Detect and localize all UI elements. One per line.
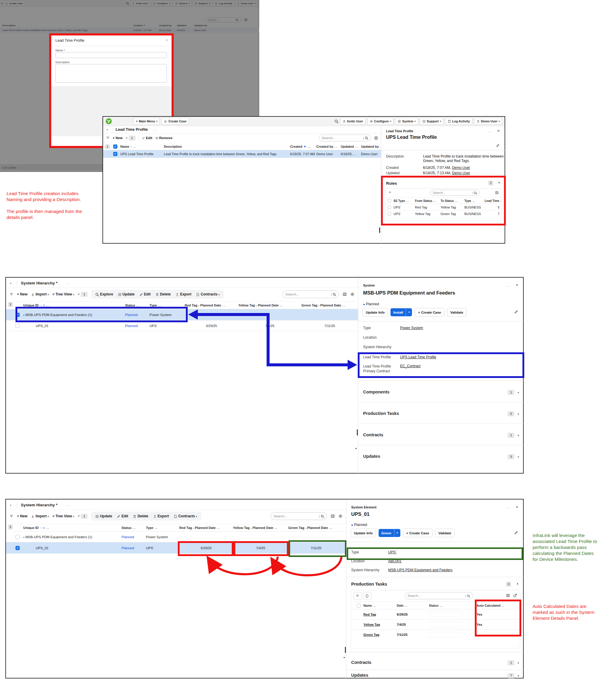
pencil-icon[interactable] [514,310,518,314]
expand-icon[interactable]: ▼ [517,434,520,437]
remove-button[interactable]: ⊗ Remove [155,136,173,140]
table-row-ups01[interactable]: ✓ UPS_01 Planned UPS` 6/29/25 7/4/25 7/1… [6,542,346,554]
more-icon[interactable]: … [66,503,69,507]
pt-row-red-tag[interactable]: Red Tag 6/29/25 Yes [351,609,520,620]
rules-row[interactable]: UPS` Yellow Tag Green Tag BUSINESS 7 [386,210,502,217]
pt-row-yellow-tag[interactable]: Yellow Tag 7/4/25 Yes [351,620,520,630]
select-all-checkbox[interactable]: ✓ [113,145,117,149]
filter-icon[interactable] [9,514,14,518]
update-button[interactable]: Update [118,292,135,296]
task-link[interactable]: Red Tag [364,613,397,616]
col-unique-id[interactable]: Unique ID ↑ ≡ … [23,304,125,307]
col-type[interactable]: Type … [146,526,179,530]
close-icon[interactable]: × [166,38,168,42]
table-row-system[interactable]: ▾ MSB-UPS PDM Equipment and Feeders (1) … [6,532,346,542]
collapse-icon[interactable]: ▴ [498,180,500,184]
col-yellow-tag-date[interactable]: Yellow Tag - Planned Date … [233,526,288,530]
export-button[interactable]: Export [175,292,191,296]
more-icon[interactable]: … [507,283,510,287]
chevron-down-icon[interactable]: ▾ [107,128,108,131]
validate-button[interactable]: Validate [435,529,455,537]
description-textarea[interactable] [56,64,167,83]
search-input[interactable]: Search... | [319,135,371,141]
split-caret[interactable]: ▼ [394,529,400,537]
collapse-icon[interactable]: ▴ [517,582,518,585]
col-yellow-tag-date[interactable]: Yellow Tag - Planned Date … [238,304,302,307]
name-input[interactable] [56,52,167,58]
col-updated[interactable]: Updated … [341,145,361,148]
row-checkbox[interactable] [16,535,20,539]
col-green-tag-date[interactable]: Green Tag - Planned Date … [302,304,357,307]
update-info-button[interactable]: Update Info [362,308,388,317]
explore-button[interactable]: Explore [95,292,113,296]
log-activity-button[interactable]: Log Activity [445,118,472,125]
more-icon[interactable]: … [488,129,492,133]
system-hierarchy-link[interactable]: MSB-UPS PDM Equipment and Feeders [388,568,453,572]
invite-user-button[interactable]: Invite User [340,118,366,125]
columns-icon[interactable] [331,514,335,518]
panel-collapse-icon[interactable]: ▸ [344,656,345,659]
filter-icon[interactable] [106,136,110,140]
columns-icon[interactable] [343,292,347,296]
open-external-icon[interactable] [513,594,517,597]
panel-collapse-icon[interactable]: ▸ [356,447,357,450]
row-checkbox[interactable]: ✓ [113,152,117,156]
import-menu[interactable]: Import ▾ [31,292,49,296]
location-link[interactable]: ABC001 [388,559,401,563]
tree-view-menu[interactable]: ≡ Tree View ▾ [52,292,74,296]
delete-button[interactable]: Delete [133,514,148,518]
col-created-by[interactable]: Created by … [316,145,341,148]
section-production-tasks[interactable]: Production Tasks 0 ▼ [358,405,524,422]
close-icon[interactable]: × [515,282,518,287]
system-menu[interactable]: System▾ [395,118,418,125]
gear-icon[interactable] [338,514,343,518]
more-icon[interactable]: … [507,505,510,509]
rules-row[interactable]: UPS` Red Tag Yellow Tag BUSINESS 5 [386,204,502,210]
col-description[interactable]: Description [164,145,290,148]
type-link[interactable]: UPS` [388,550,397,554]
rules-search-input[interactable]: Search... | [430,190,480,196]
columns-icon[interactable] [374,136,378,140]
row-checkbox[interactable] [16,324,20,328]
green-status-button[interactable]: Green▼ [379,529,400,537]
new-button[interactable]: + New [113,136,123,140]
clear-selection-button[interactable]: × 1 [78,514,88,519]
columns-icon[interactable] [506,594,510,597]
tree-view-menu[interactable]: ≡ Tree View ▾ [52,514,74,518]
task-link[interactable]: Yellow Tag [364,623,397,626]
expand-icon[interactable]: ▼ [517,674,520,677]
delete-button[interactable]: Delete [155,292,171,296]
col-name[interactable]: Name ↑ … [120,145,164,148]
search-icon[interactable] [334,119,338,123]
expand-icon[interactable]: ▾ [23,314,24,317]
update-info-button[interactable]: Update Info [351,529,376,537]
expand-icon[interactable]: ▼ [517,413,520,416]
new-button[interactable]: + New [17,514,27,518]
pencil-icon[interactable] [496,143,500,148]
expand-icon[interactable]: ▼ [517,391,520,394]
more-icon[interactable]: … [153,127,157,131]
splitter-handle[interactable] [345,647,346,653]
pt-search-input[interactable]: Search... | [404,592,473,599]
install-button[interactable]: Install▼ [391,308,412,316]
lead-time-profile-link[interactable]: UPS Lead Time Profile [400,355,436,359]
close-icon[interactable]: × [497,128,500,133]
section-contracts[interactable]: Contracts 1 ▼ [347,655,524,670]
expand-icon[interactable]: ▼ [517,662,520,664]
export-button[interactable]: Export [153,514,169,518]
select-all-checkbox[interactable] [388,199,391,202]
chevron-down-icon[interactable]: ▾ [10,504,11,507]
table-row-system[interactable]: ✓ ▾ MSB-UPS PDM Equipment and Feeders (1… [6,309,358,320]
edit-button[interactable]: Edit [139,292,151,296]
splitter-handle[interactable] [379,227,380,233]
pencil-icon[interactable] [514,530,518,535]
status-input[interactable] [429,632,462,638]
user-link[interactable]: Demo User [452,165,470,170]
main-menu-button[interactable]: ≡Main Menu▾ [133,118,160,125]
col-status[interactable]: Status … [122,526,146,530]
validate-button[interactable]: Validate [447,308,466,317]
section-updates[interactable]: Updates 7 ▼ [347,672,524,679]
contracts-menu[interactable]: Contracts ▾ [174,514,197,518]
more-icon[interactable]: … [66,281,69,285]
col-status[interactable]: Status … [125,304,150,307]
